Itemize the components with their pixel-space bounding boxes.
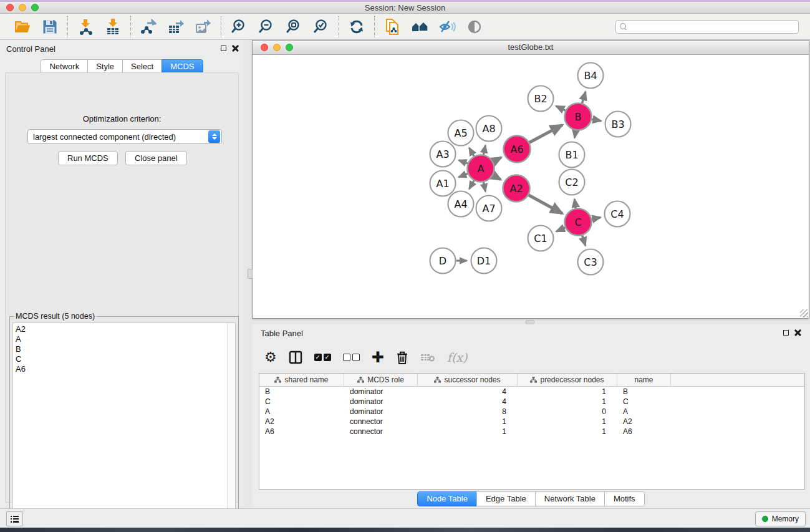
close-panel-icon[interactable] [232,45,239,52]
zoom-window-button[interactable] [31,4,39,11]
table-tab-edge-table[interactable]: Edge Table [476,491,536,506]
edge-A-A1[interactable] [459,173,468,177]
memory-button[interactable]: Memory [755,511,806,526]
edge-A2-C[interactable] [529,195,562,214]
zoom-in-button[interactable] [229,17,248,36]
import-network-button[interactable] [76,17,95,36]
edge-A-A6[interactable] [493,157,501,162]
result-scrollbar[interactable] [227,323,235,526]
network-node-B2[interactable]: B2 [528,86,554,112]
network-node-C2[interactable]: C2 [559,170,585,195]
splitter-knob-bottom[interactable] [526,320,534,324]
network-node-A6[interactable]: A6 [504,136,531,163]
edge-A-A7[interactable] [483,182,485,191]
edge-B-B1[interactable] [574,130,576,138]
edge-B-B3[interactable] [592,119,601,121]
close-panel-button[interactable]: Close panel [125,151,187,165]
result-item[interactable]: A6 [16,364,235,374]
open-session-button[interactable] [13,17,32,36]
edge-A-A3[interactable] [459,160,468,163]
mcds-result-list[interactable]: A2ABCA6 [12,322,236,526]
refresh-button[interactable] [347,17,366,36]
table-tab-network-table[interactable]: Network Table [535,491,605,506]
delete-column-trash-icon[interactable] [396,348,408,367]
network-node-A[interactable]: A [468,155,494,182]
result-item[interactable]: A [16,334,235,344]
save-session-button[interactable] [41,17,59,36]
first-neighbors-button[interactable] [410,17,429,36]
network-node-C4[interactable]: C4 [605,201,630,227]
table-row[interactable]: Bdominator41B [259,387,804,397]
table-settings-gear-icon[interactable]: ⚙ [264,348,277,367]
network-window-titlebar[interactable]: testGlobe.txt [253,41,809,55]
zoom-out-button[interactable] [257,17,276,36]
table-row[interactable]: A2connector11A2 [259,417,804,427]
edge-C-C1[interactable] [556,228,565,231]
network-node-C[interactable]: C [565,209,592,236]
network-node-A4[interactable]: A4 [448,191,474,217]
edge-A-A8[interactable] [483,145,485,155]
result-item[interactable]: B [16,344,235,354]
column-header-shared-name[interactable]: shared name [259,374,344,386]
network-node-B4[interactable]: B4 [578,63,604,89]
show-all-button[interactable] [465,17,484,36]
column-header-successor-nodes[interactable]: successor nodes [418,374,518,386]
resize-grip-icon[interactable] [800,309,808,317]
network-node-B3[interactable]: B3 [605,112,631,137]
export-image-button[interactable] [194,17,213,36]
edge-A-A4[interactable] [469,181,474,189]
result-item[interactable]: C [16,354,235,364]
hide-selected-button[interactable] [438,17,456,36]
float-panel-icon[interactable] [221,46,226,51]
zoom-selected-button[interactable] [312,17,330,36]
minimize-window-button[interactable] [19,4,26,11]
edge-C-C2[interactable] [574,199,576,208]
edge-C-C3[interactable] [582,235,586,245]
minimize-network-button[interactable] [273,44,281,51]
unselect-all-columns-icon[interactable] [343,348,360,367]
network-node-C3[interactable]: C3 [578,249,604,275]
table-tab-node-table[interactable]: Node Table [417,491,477,506]
edge-C-C4[interactable] [592,218,600,220]
close-table-panel-icon[interactable] [794,329,801,336]
node-table[interactable]: shared nameMCDS rolesuccessor nodesprede… [259,373,805,490]
network-node-B[interactable]: B [565,104,592,130]
network-canvas[interactable]: AA1A2A3A4A5A6A7A8BB1B2B3B4CC1C2C3C4DD1 [253,55,809,318]
network-node-A5[interactable]: A5 [448,120,474,146]
duplicate-network-button[interactable] [383,17,402,36]
edge-A-A5[interactable] [469,148,474,156]
column-header-mcds-role[interactable]: MCDS role [344,374,418,386]
network-node-D[interactable]: D [430,248,456,274]
table-row[interactable]: A6connector11A6 [259,427,804,437]
network-node-A8[interactable]: A8 [476,116,502,142]
search-input[interactable] [630,22,794,31]
column-header-predecessor-nodes[interactable]: predecessor nodes [518,374,617,386]
criterion-dropdown[interactable]: largest connected component (directed) [27,129,222,144]
splitter-knob-left[interactable] [248,269,253,279]
table-tab-motifs[interactable]: Motifs [604,491,645,506]
show-columns-icon[interactable] [289,348,302,367]
close-network-button[interactable] [261,44,268,51]
edge-A6-B[interactable] [529,125,562,142]
zoom-network-button[interactable] [286,44,293,51]
task-history-button[interactable] [6,511,23,526]
select-all-columns-icon[interactable]: ✓✓ [314,348,331,367]
network-node-B1[interactable]: B1 [559,142,585,168]
search-field[interactable] [615,20,799,34]
edge-A-A2[interactable] [493,175,501,180]
network-node-A2[interactable]: A2 [503,175,530,202]
table-row[interactable]: Cdominator41C [259,397,804,407]
float-table-panel-icon[interactable] [783,330,789,336]
edge-B-B4[interactable] [582,92,586,103]
add-column-icon[interactable]: ✚ [372,348,384,367]
import-table-button[interactable] [104,17,122,36]
network-node-A3[interactable]: A3 [430,142,456,167]
result-item[interactable]: A2 [16,324,235,334]
run-mcds-button[interactable]: Run MCDS [58,151,118,165]
network-node-A1[interactable]: A1 [430,171,456,196]
network-node-C1[interactable]: C1 [528,226,554,251]
zoom-fit-button[interactable] [284,17,303,36]
export-table-button[interactable] [166,17,185,36]
column-header-name[interactable]: name [617,374,671,386]
network-node-A7[interactable]: A7 [476,196,502,221]
